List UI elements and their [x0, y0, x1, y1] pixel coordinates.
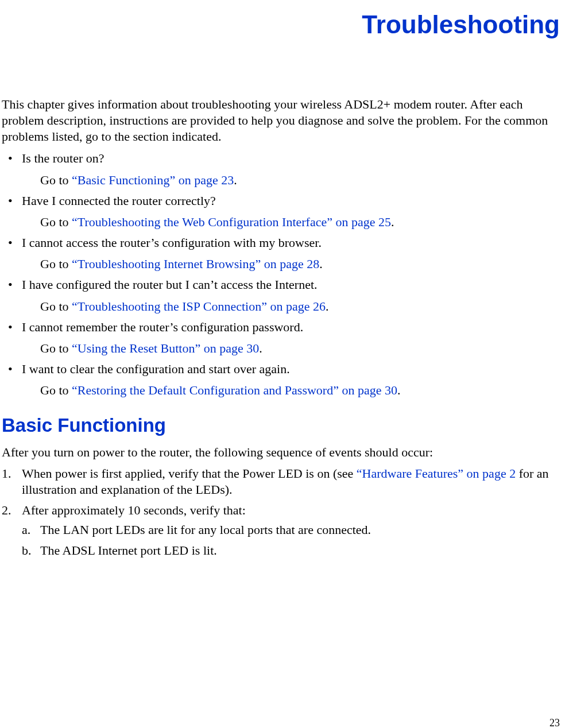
goto-suffix: . — [397, 383, 401, 397]
list-item: Have I connected the router correctly? G… — [0, 193, 569, 230]
goto-suffix: . — [234, 173, 237, 187]
question-text: I cannot remember the router’s configura… — [22, 320, 303, 334]
goto-line: Go to “Using the Reset Button” on page 3… — [40, 340, 569, 357]
cross-ref-link[interactable]: “Troubleshooting the ISP Connection” on … — [72, 299, 326, 313]
list-item: When power is first applied, verify that… — [0, 466, 564, 498]
problem-list: Is the router on? Go to “Basic Functioni… — [0, 150, 569, 398]
goto-prefix: Go to — [40, 341, 72, 355]
list-item: I want to clear the configuration and st… — [0, 361, 569, 398]
list-item: I have configured the router but I can’t… — [0, 277, 569, 314]
goto-suffix: . — [319, 257, 323, 271]
goto-line: Go to “Troubleshooting the ISP Connectio… — [40, 299, 569, 315]
list-item: I cannot access the router’s configurati… — [0, 235, 569, 272]
goto-line: Go to “Troubleshooting Internet Browsing… — [40, 256, 569, 272]
goto-prefix: Go to — [40, 215, 72, 229]
list-item: The ADSL Internet port LED is lit. — [22, 543, 564, 559]
chapter-title: Troubleshooting — [0, 10, 560, 39]
goto-suffix: . — [259, 341, 262, 355]
page-number: 23 — [549, 717, 560, 728]
step-text: After approximately 10 seconds, verify t… — [22, 503, 246, 517]
goto-prefix: Go to — [40, 173, 72, 187]
cross-ref-link[interactable]: “Hardware Features” on page 2 — [357, 466, 516, 481]
cross-ref-link[interactable]: “Basic Functioning” on page 23 — [72, 173, 234, 187]
question-text: I have configured the router but I can’t… — [22, 277, 318, 292]
section-intro: After you turn on power to the router, t… — [2, 444, 569, 460]
page: Troubleshooting This chapter gives infor… — [0, 10, 569, 728]
question-text: I cannot access the router’s configurati… — [22, 235, 322, 250]
list-item: The LAN port LEDs are lit for any local … — [22, 522, 564, 538]
cross-ref-link[interactable]: “Troubleshooting the Web Configuration I… — [72, 215, 391, 229]
question-text: Is the router on? — [22, 151, 104, 165]
substep-text: The LAN port LEDs are lit for any local … — [40, 522, 371, 537]
question-text: I want to clear the configuration and st… — [22, 362, 290, 376]
lettered-list: The LAN port LEDs are lit for any local … — [22, 522, 564, 559]
list-item: Is the router on? Go to “Basic Functioni… — [0, 150, 569, 188]
cross-ref-link[interactable]: “Restoring the Default Configuration and… — [72, 383, 397, 397]
list-item: After approximately 10 seconds, verify t… — [0, 502, 564, 559]
goto-prefix: Go to — [40, 299, 72, 313]
goto-line: Go to “Troubleshooting the Web Configura… — [40, 214, 569, 230]
question-text: Have I connected the router correctly? — [22, 193, 216, 208]
cross-ref-link[interactable]: “Using the Reset Button” on page 30 — [72, 341, 259, 355]
list-item: I cannot remember the router’s configura… — [0, 319, 569, 357]
goto-line: Go to “Restoring the Default Configurati… — [40, 382, 569, 398]
intro-paragraph: This chapter gives information about tro… — [0, 96, 569, 145]
substep-text: The ADSL Internet port LED is lit. — [40, 543, 217, 557]
goto-line: Go to “Basic Functioning” on page 23. — [40, 172, 569, 188]
goto-prefix: Go to — [40, 257, 72, 271]
numbered-list: When power is first applied, verify that… — [0, 466, 569, 559]
section-heading: Basic Functioning — [2, 415, 569, 436]
cross-ref-link[interactable]: “Troubleshooting Internet Browsing” on p… — [72, 257, 319, 271]
goto-prefix: Go to — [40, 383, 72, 397]
goto-suffix: . — [391, 215, 394, 229]
step-text-pre: When power is first applied, verify that… — [22, 466, 357, 481]
goto-suffix: . — [326, 299, 329, 313]
